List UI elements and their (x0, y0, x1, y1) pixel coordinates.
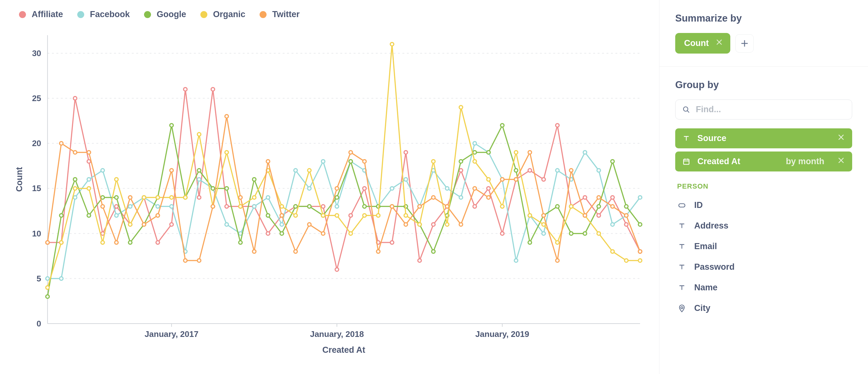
group-chip-label: Source (698, 134, 726, 143)
legend-item-organic[interactable]: Organic (200, 9, 245, 19)
svg-point-55 (473, 205, 476, 208)
svg-point-259 (681, 307, 683, 309)
svg-point-86 (294, 169, 297, 172)
svg-point-72 (101, 169, 104, 172)
svg-point-98 (459, 196, 463, 199)
field-label: Email (694, 241, 717, 251)
group-chip-created-at[interactable]: Created At by month (675, 151, 852, 171)
svg-point-217 (280, 213, 284, 217)
field-item-id[interactable]: ID (675, 195, 852, 215)
svg-point-171 (253, 196, 256, 199)
legend-item-twitter[interactable]: Twitter (259, 9, 300, 19)
svg-point-56 (487, 187, 490, 190)
close-icon[interactable] (837, 133, 845, 144)
svg-point-32 (156, 241, 159, 244)
svg-point-204 (101, 205, 104, 208)
field-item-address[interactable]: Address (675, 215, 852, 236)
svg-point-223 (363, 160, 366, 163)
close-icon[interactable] (715, 38, 723, 49)
svg-point-155 (638, 223, 642, 226)
svg-point-153 (611, 160, 614, 163)
svg-point-79 (197, 178, 201, 181)
group-chip-bucket: by month (786, 156, 825, 166)
field-label: Password (694, 262, 735, 272)
svg-point-173 (280, 205, 284, 208)
calendar-icon (682, 157, 690, 166)
svg-point-242 (625, 213, 628, 217)
svg-point-164 (156, 196, 159, 199)
legend-item-affiliate[interactable]: Affiliate (19, 9, 63, 19)
group-by-title: Group by (675, 79, 852, 91)
group-by-search-input[interactable] (695, 104, 845, 115)
svg-point-215 (253, 250, 256, 253)
svg-point-50 (404, 150, 407, 154)
svg-point-45 (335, 268, 339, 271)
chart-legend: Affiliate Facebook Google Organic Twitte… (13, 9, 646, 26)
close-icon[interactable] (837, 156, 845, 167)
svg-point-170 (239, 205, 242, 208)
svg-point-205 (115, 241, 118, 244)
svg-point-199 (638, 259, 642, 262)
svg-point-102 (515, 259, 518, 262)
svg-point-162 (128, 223, 132, 226)
svg-point-147 (528, 241, 531, 244)
svg-point-226 (404, 223, 407, 226)
group-by-search[interactable] (675, 99, 852, 119)
svg-point-89 (335, 205, 339, 208)
svg-point-238 (569, 169, 573, 172)
chart-plot[interactable]: 051015202530January, 2017January, 2018Ja… (13, 26, 646, 358)
panel-divider (659, 66, 868, 66)
svg-point-26 (73, 97, 77, 100)
svg-point-182 (404, 213, 407, 217)
svg-point-144 (487, 150, 490, 154)
svg-point-61 (556, 124, 559, 127)
svg-point-114 (73, 178, 77, 181)
text-field-icon (677, 242, 687, 251)
svg-point-121 (170, 124, 173, 127)
svg-point-241 (611, 205, 614, 208)
field-item-password[interactable]: Password (675, 257, 852, 277)
svg-point-207 (142, 223, 146, 226)
svg-point-165 (170, 196, 173, 199)
svg-point-219 (308, 223, 311, 226)
legend-swatch (144, 11, 151, 18)
svg-point-33 (170, 223, 173, 226)
svg-point-222 (349, 150, 352, 154)
summarize-chip-count[interactable]: Count (675, 33, 730, 54)
svg-point-127 (253, 178, 256, 181)
svg-point-237 (556, 259, 559, 262)
plus-icon (740, 39, 749, 48)
search-icon (682, 106, 690, 114)
svg-point-183 (418, 223, 421, 226)
svg-point-59 (528, 169, 531, 172)
svg-point-220 (321, 232, 325, 235)
svg-text:January, 2019: January, 2019 (475, 329, 529, 339)
svg-point-129 (280, 232, 284, 235)
text-field-icon (677, 222, 687, 230)
svg-point-123 (197, 169, 201, 172)
group-chip-source[interactable]: Source (675, 128, 852, 148)
legend-swatch (77, 11, 84, 18)
field-item-name[interactable]: Name (675, 277, 852, 298)
svg-point-235 (528, 150, 531, 154)
svg-point-70 (73, 196, 77, 199)
svg-text:10: 10 (32, 229, 41, 238)
svg-point-74 (128, 205, 132, 208)
svg-point-163 (142, 196, 146, 199)
legend-item-facebook[interactable]: Facebook (77, 9, 130, 19)
svg-point-85 (280, 223, 284, 226)
svg-point-179 (363, 213, 366, 217)
svg-point-211 (197, 259, 201, 262)
legend-item-google[interactable]: Google (144, 9, 186, 19)
svg-point-35 (197, 196, 201, 199)
add-metric-button[interactable] (735, 34, 754, 53)
field-item-email[interactable]: Email (675, 236, 852, 257)
svg-rect-258 (679, 203, 685, 207)
chart-svg: 051015202530January, 2017January, 2018Ja… (13, 26, 646, 358)
svg-point-175 (308, 169, 311, 172)
svg-point-224 (376, 250, 380, 253)
svg-point-88 (321, 160, 325, 163)
field-item-city[interactable]: City (675, 298, 852, 319)
svg-point-236 (542, 213, 546, 217)
svg-point-209 (170, 169, 173, 172)
